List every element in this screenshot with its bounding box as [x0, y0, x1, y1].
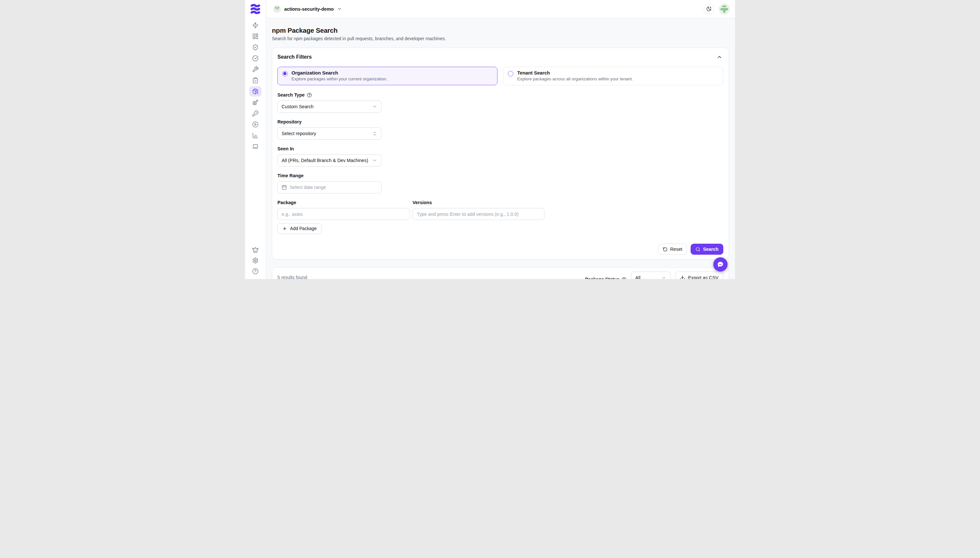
org-avatar	[273, 5, 281, 13]
filters-actions: Reset Search	[277, 244, 723, 255]
chevron-down-icon	[662, 276, 666, 279]
sidebar-item-settings[interactable]	[249, 255, 261, 266]
search-type-label: Search Type	[277, 92, 723, 98]
user-avatar[interactable]	[719, 3, 730, 15]
seen-in-field: Seen In All (PRs, Default Branch & Dev M…	[277, 146, 723, 167]
sidebar-item-secrets[interactable]	[249, 108, 261, 118]
package-version-row: Package Versions	[277, 200, 723, 220]
search-button[interactable]: Search	[691, 244, 723, 255]
page-subtitle: Search for npm packages detected in pull…	[272, 36, 729, 41]
clipboard-check-icon	[252, 77, 259, 84]
package-search-icon	[252, 88, 259, 95]
radio-selected-icon[interactable]	[282, 71, 288, 77]
chevron-down-icon	[372, 158, 377, 163]
messenger-icon	[717, 261, 724, 268]
mode-organization-search[interactable]: Organization Search Explore packages wit…	[277, 67, 497, 85]
sidebar-item-checks[interactable]	[249, 53, 261, 64]
sidebar-nav	[249, 20, 261, 152]
reset-button[interactable]: Reset	[658, 244, 687, 255]
time-range-field: Time Range Select date range	[277, 173, 723, 194]
laptop-icon	[252, 143, 259, 150]
main-area: actions-security-demo npm Package Search…	[266, 0, 735, 279]
mode-description: Explore packages across all organization…	[517, 77, 633, 81]
seen-in-label: Seen In	[277, 146, 723, 151]
rotate-ccw-icon	[663, 247, 668, 252]
chevron-down-icon	[337, 7, 342, 11]
page-content: npm Package Search Search for npm packag…	[266, 18, 735, 279]
moon-star-icon	[706, 6, 712, 11]
collapse-filters-button[interactable]	[716, 53, 723, 61]
org-selector[interactable]: actions-security-demo	[271, 4, 344, 14]
search-filters-card: Search Filters Organization Search Explo…	[272, 48, 729, 259]
results-count: 5 results found	[277, 275, 307, 279]
play-circle-icon	[252, 121, 259, 128]
sidebar-item-tasks[interactable]	[249, 75, 261, 85]
date-range-placeholder: Select date range	[290, 185, 326, 190]
help-circle-icon	[252, 268, 259, 274]
sidebar-item-integrations[interactable]	[249, 97, 261, 108]
app-window: actions-security-demo npm Package Search…	[245, 0, 735, 279]
mode-description: Explore packages within your current org…	[292, 77, 387, 81]
time-range-label: Time Range	[277, 173, 723, 178]
filters-card-title: Search Filters	[277, 54, 312, 60]
sidebar-bottom-nav	[249, 245, 261, 276]
search-type-dropdown[interactable]: Custom Search	[277, 100, 381, 113]
versions-label: Versions	[412, 200, 545, 205]
bar-chart-icon	[252, 132, 259, 139]
chat-widget-button[interactable]	[713, 257, 727, 272]
package-status-label: Package Status	[585, 277, 627, 279]
sidebar-item-tools[interactable]	[249, 64, 261, 74]
search-icon	[696, 247, 700, 252]
left-sidebar	[245, 0, 266, 279]
export-csv-button[interactable]: Export as CSV	[675, 272, 723, 279]
package-label: Package	[277, 200, 410, 205]
topbar-actions	[704, 3, 730, 15]
mode-title: Organization Search	[292, 70, 387, 75]
help-icon[interactable]	[622, 277, 626, 279]
chevron-down-icon	[372, 104, 377, 109]
zap-icon	[252, 22, 259, 28]
topbar: actions-security-demo	[266, 0, 735, 18]
repository-field: Repository Select repository	[277, 119, 723, 140]
filters-card-header: Search Filters	[277, 53, 723, 61]
package-input[interactable]	[277, 208, 410, 220]
mode-title: Tenant Search	[517, 70, 633, 75]
sidebar-item-activity[interactable]	[249, 20, 261, 30]
sidebar-item-help[interactable]	[249, 266, 261, 276]
package-status-dropdown[interactable]: All	[631, 272, 670, 279]
sidebar-item-dashboard[interactable]	[249, 31, 261, 41]
results-card: 5 results found Package Status All	[272, 268, 729, 279]
dashboard-icon	[252, 33, 259, 39]
wrench-icon	[252, 66, 259, 72]
sidebar-item-security[interactable]	[249, 42, 261, 53]
page-title: npm Package Search	[272, 26, 729, 34]
org-name: actions-security-demo	[284, 7, 334, 11]
calendar-icon	[282, 185, 287, 190]
search-mode-group: Organization Search Explore packages wit…	[277, 67, 723, 85]
key-icon	[252, 110, 259, 117]
mode-tenant-search[interactable]: Tenant Search Explore packages across al…	[503, 67, 723, 85]
brand-logo-icon	[250, 3, 261, 15]
gear-icon	[252, 257, 259, 264]
help-icon[interactable]	[307, 93, 312, 98]
sidebar-item-analytics[interactable]	[249, 130, 261, 141]
radio-unselected-icon[interactable]	[508, 71, 513, 77]
plus-icon	[282, 226, 287, 231]
dark-mode-toggle[interactable]	[704, 4, 714, 14]
crown-icon	[252, 246, 259, 253]
sidebar-item-dev-machines[interactable]	[249, 141, 261, 152]
repository-select[interactable]: Select repository	[277, 127, 381, 140]
download-icon	[680, 275, 685, 279]
shield-check-icon	[252, 44, 259, 51]
versions-input[interactable]	[412, 208, 545, 220]
sidebar-item-package-search[interactable]	[249, 86, 261, 97]
sidebar-item-runs[interactable]	[249, 119, 261, 130]
seen-in-dropdown[interactable]: All (PRs, Default Branch & Dev Machines)	[277, 154, 381, 167]
date-range-picker[interactable]: Select date range	[277, 181, 381, 194]
repository-label: Repository	[277, 119, 723, 125]
app-logo[interactable]	[250, 3, 261, 15]
sidebar-item-upgrade[interactable]	[249, 245, 261, 255]
add-package-button[interactable]: Add Package	[277, 223, 322, 234]
chevron-up-icon	[717, 54, 722, 60]
results-controls: Package Status All Export as CSV	[585, 272, 723, 279]
